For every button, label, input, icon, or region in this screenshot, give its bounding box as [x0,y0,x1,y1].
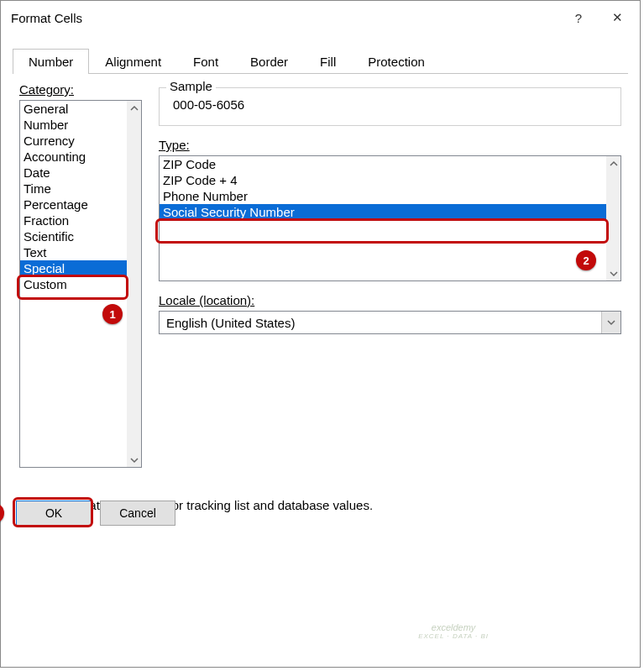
watermark-name: exceldemy [418,622,489,632]
type-item-ssn[interactable]: Social Security Number [160,204,606,220]
scroll-down-icon[interactable] [127,453,141,467]
category-item[interactable]: Custom [20,276,127,292]
sample-group: Sample 000-05-6056 [159,87,621,126]
dialog-buttons: 3 OK Cancel [0,501,623,526]
ok-button[interactable]: OK [16,501,92,526]
category-item[interactable]: Number [20,117,127,133]
scroll-up-icon[interactable] [606,156,620,170]
category-item[interactable]: Currency [20,133,127,149]
scroll-up-icon[interactable] [127,101,141,115]
chevron-down-icon[interactable] [601,312,620,333]
locale-dropdown[interactable]: English (United States) [159,311,621,334]
locale-value: English (United States) [160,316,601,330]
category-label: Category: [19,82,142,97]
callout-badge-3: 3 [0,503,4,523]
type-item[interactable]: Phone Number [160,188,606,204]
tab-protection[interactable]: Protection [352,49,441,74]
help-button[interactable]: ? [559,4,598,31]
category-listbox[interactable]: General Number Currency Accounting Date … [19,100,142,468]
type-label: Type: [159,138,621,152]
locale-label: Locale (location): [159,293,621,307]
category-item-special[interactable]: Special [20,260,127,276]
sample-label: Sample [166,79,216,93]
format-cells-dialog: Format Cells ? ✕ Number Alignment Font B… [0,0,641,668]
scroll-track[interactable] [606,170,620,266]
scroll-down-icon[interactable] [606,266,620,280]
category-item[interactable]: Scientific [20,228,127,244]
category-item[interactable]: Accounting [20,149,127,165]
watermark-sub: EXCEL · DATA · BI [418,632,489,640]
type-item[interactable]: ZIP Code + 4 [160,172,606,188]
watermark: exceldemy EXCEL · DATA · BI [418,622,489,640]
close-button[interactable]: ✕ [598,4,636,31]
category-item[interactable]: Fraction [20,212,127,228]
tab-alignment[interactable]: Alignment [89,49,177,74]
category-item[interactable]: Time [20,181,127,197]
category-item[interactable]: Percentage [20,197,127,212]
tab-strip: Number Alignment Font Border Fill Protec… [13,48,628,74]
tab-number[interactable]: Number [13,49,89,74]
sample-value: 000-05-6056 [160,97,620,125]
tab-fill[interactable]: Fill [304,49,352,74]
titlebar: Format Cells ? ✕ [1,1,640,34]
category-item[interactable]: Text [20,244,127,260]
scroll-track[interactable] [127,115,141,453]
dialog-title: Format Cells [11,11,559,25]
category-item[interactable]: Date [20,165,127,181]
category-item[interactable]: General [20,101,127,117]
type-item[interactable]: ZIP Code [160,156,606,172]
tab-border[interactable]: Border [234,49,304,74]
tab-font[interactable]: Font [177,49,234,74]
type-scrollbar[interactable] [606,156,620,280]
category-scrollbar[interactable] [127,101,141,467]
cancel-button[interactable]: Cancel [100,501,175,526]
type-listbox[interactable]: ZIP Code ZIP Code + 4 Phone Number Socia… [159,155,621,281]
